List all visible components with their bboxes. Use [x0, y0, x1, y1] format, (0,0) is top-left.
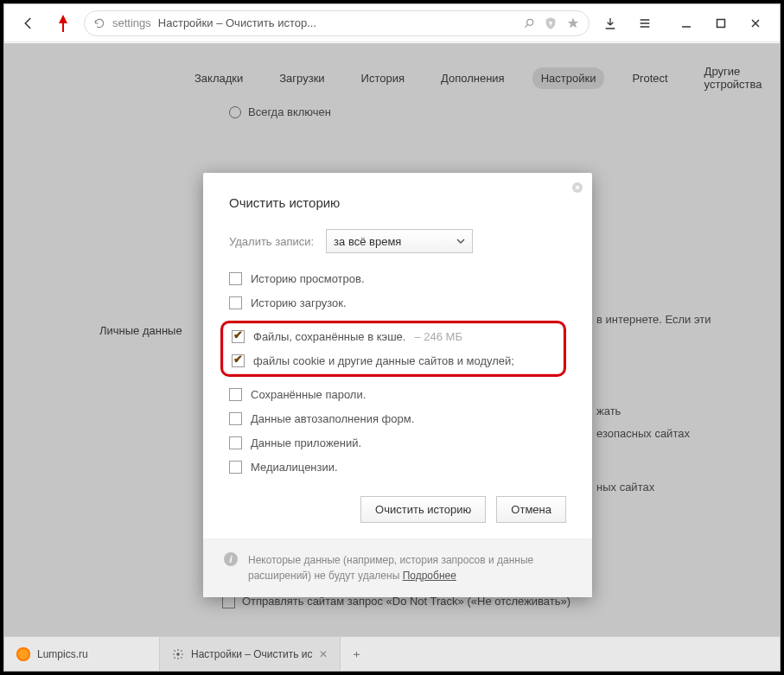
gear-icon	[172, 648, 184, 660]
info-icon: i	[224, 552, 238, 566]
search-icon[interactable]	[523, 17, 535, 29]
checkbox-cache[interactable]: Файлы, сохранённые в кэше. – 246 МБ	[232, 330, 555, 343]
browser-toolbar: settings Настройки – Очистить истор...	[4, 4, 780, 42]
checkbox-app-data[interactable]: Данные приложений.	[229, 436, 566, 449]
delete-label: Удалить записи:	[229, 235, 314, 248]
tab-bar: Lumpics.ru Настройки – Очистить ис ✕ ＋	[4, 636, 780, 671]
cache-size: – 246 МБ	[414, 330, 462, 343]
tab-close-button[interactable]: ✕	[319, 648, 328, 660]
back-button[interactable]	[15, 10, 42, 37]
bookmark-star-icon[interactable]	[566, 16, 580, 30]
shield-icon[interactable]	[544, 16, 558, 30]
checkbox-browsing-history[interactable]: Историю просмотров.	[229, 272, 566, 285]
more-link[interactable]: Подробнее	[403, 570, 456, 582]
checkbox-media-licenses[interactable]: Медиалицензии.	[229, 461, 566, 474]
address-title: Настройки – Очистить истор...	[158, 16, 316, 29]
checkbox-download-history[interactable]: Историю загрузок.	[229, 296, 566, 309]
annotation-highlight: Файлы, сохранённые в кэше. – 246 МБ файл…	[220, 321, 566, 377]
svg-point-4	[176, 653, 180, 656]
svg-rect-2	[717, 19, 725, 27]
reload-icon[interactable]	[93, 17, 105, 29]
downloads-button[interactable]	[596, 10, 624, 37]
tab-settings[interactable]: Настройки – Очистить ис ✕	[160, 637, 341, 671]
new-tab-button[interactable]: ＋	[341, 637, 372, 671]
svg-point-1	[549, 21, 551, 23]
close-window-button[interactable]	[742, 10, 769, 37]
address-bar[interactable]: settings Настройки – Очистить истор...	[84, 10, 590, 36]
checkbox-cookies[interactable]: файлы cookie и другие данные сайтов и мо…	[232, 354, 555, 367]
clear-history-modal: Очистить историю Удалить записи: за всё …	[203, 173, 592, 597]
clear-history-button[interactable]: Очистить историю	[360, 496, 486, 523]
time-range-select[interactable]: за всё время	[326, 229, 473, 253]
checkbox-autofill[interactable]: Данные автозаполнения форм.	[229, 412, 566, 425]
chevron-down-icon	[456, 237, 465, 245]
svg-point-0	[527, 19, 533, 25]
address-prefix: settings	[112, 16, 151, 29]
tab-lumpics[interactable]: Lumpics.ru	[4, 637, 160, 671]
cancel-button[interactable]: Отмена	[496, 496, 566, 523]
modal-close-button[interactable]	[570, 180, 585, 195]
maximize-button[interactable]	[707, 10, 735, 37]
menu-button[interactable]	[631, 10, 659, 37]
modal-title: Очистить историю	[229, 195, 566, 210]
yandex-logo[interactable]	[49, 10, 77, 37]
checkbox-passwords[interactable]: Сохранённые пароли.	[229, 388, 566, 401]
lumpics-favicon	[16, 647, 30, 661]
modal-footer-text: Некоторые данные (например, история запр…	[248, 552, 571, 583]
minimize-button[interactable]	[672, 10, 700, 37]
